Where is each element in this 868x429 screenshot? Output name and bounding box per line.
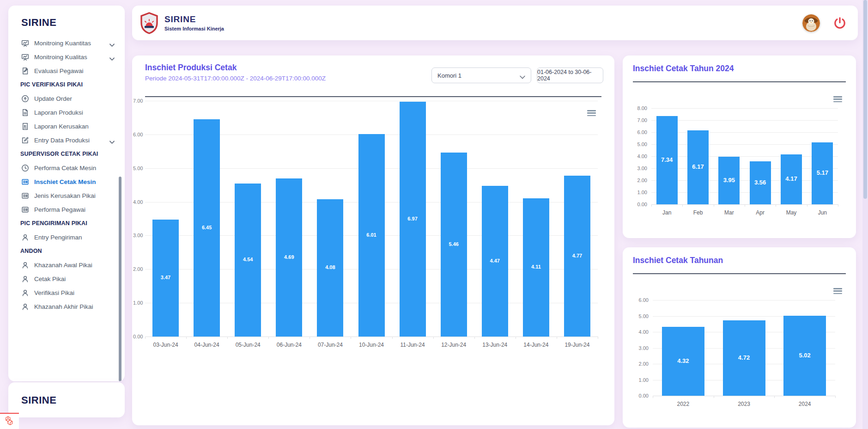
- x-axis-tick: [186, 337, 187, 339]
- bar-value-label: 4.47: [482, 258, 508, 264]
- y-axis-label: 8.00: [632, 105, 647, 111]
- x-axis-line: [145, 337, 598, 337]
- document-return-icon: [21, 123, 29, 130]
- y-axis-label: 4.00: [632, 153, 647, 159]
- sidebar-item-evaluasi-pegawai[interactable]: Evaluasi Pegawai: [8, 64, 125, 78]
- x-axis-category-label: 19-Jun-24: [557, 342, 598, 348]
- y-axis-label: 1.00: [632, 190, 647, 195]
- gridline: [651, 108, 838, 109]
- x-axis-tick: [714, 396, 714, 398]
- sidebar-item-monitroing-kuantitas[interactable]: Monitroing Kuantitas: [8, 36, 125, 50]
- sidebar-item-label: Khazanah Akhir Pikai: [34, 303, 93, 310]
- x-axis-tick: [310, 337, 310, 339]
- laravel-debugbar-toggle[interactable]: [0, 413, 19, 429]
- sidebar-item-laporan-kerusakan[interactable]: Laporan Kerusakan: [8, 119, 125, 133]
- x-axis-tick: [835, 396, 836, 398]
- sidebar-item-jenis-kerusakan-pikai[interactable]: Jenis Kerusakan Pikai: [8, 189, 125, 202]
- y-axis-label: 5.00: [133, 165, 141, 171]
- y-axis-label: 7.00: [632, 117, 647, 123]
- window-scrollbar-thumb[interactable]: [863, 0, 867, 199]
- x-axis-tick: [392, 337, 393, 339]
- x-axis-tick: [433, 337, 434, 339]
- x-axis-category-label: Jan: [651, 209, 682, 216]
- sidebar-item-label: Khazanah Awal Pikai: [34, 262, 92, 269]
- y-axis-label: 0.00: [133, 334, 141, 339]
- sidebar-scrollbar-thumb[interactable]: [119, 177, 121, 381]
- chevron-down-icon: [520, 74, 525, 77]
- sidebar-item-label: Monitroing Kualitas: [34, 54, 87, 61]
- x-axis-tick: [598, 337, 598, 339]
- y-axis-label: 5.00: [632, 141, 647, 147]
- gridline: [145, 101, 598, 101]
- panel-divider: [633, 273, 846, 274]
- sidebar-item-label: Monitroing Kuantitas: [34, 40, 91, 47]
- sidebar-footer: SIRINE: [8, 382, 125, 417]
- y-axis-label: 2.00: [632, 361, 649, 367]
- y-axis-label: 6.00: [133, 132, 141, 137]
- sidebar-item-label: Inschiet Cetak Mesin: [34, 178, 96, 185]
- date-range-input[interactable]: 01-06-2024 to 30-06-2024: [537, 67, 603, 83]
- x-axis-category-label: Feb: [682, 209, 713, 216]
- gridline: [653, 300, 835, 300]
- window-scrollbar[interactable]: [862, 0, 868, 429]
- sidebar-item-monitroing-kualitas[interactable]: Monitroing Kualitas: [8, 50, 125, 64]
- sidebar-section-pic-verifikasi-pikai: PIC VERIFIKASI PIKAI: [8, 78, 125, 92]
- x-axis-tick: [774, 396, 775, 398]
- person-icon: [21, 275, 29, 283]
- x-axis-category-label: 11-Jun-24: [392, 342, 433, 348]
- main-panel-period: Periode 2024-05-31T17:00:00.000Z - 2024-…: [145, 75, 326, 82]
- x-axis-tick: [653, 396, 653, 398]
- sidebar-item-entry-data-produksi[interactable]: Entry Data Produksi: [8, 133, 125, 147]
- x-axis-category-label: 10-Jun-24: [351, 342, 392, 348]
- gridline: [651, 192, 838, 193]
- x-axis-tick: [651, 204, 652, 207]
- sidebar-item-performa-cetak-mesin[interactable]: Performa Cetak Mesin: [8, 161, 125, 175]
- x-axis-category-label: 05-Jun-24: [227, 342, 268, 348]
- panel-title: Inschiet Cetak Tahun 2024: [633, 64, 734, 74]
- power-logout-icon[interactable]: [833, 16, 847, 30]
- sidebar-item-label: Entry Data Produksi: [34, 137, 90, 144]
- sidebar-item-verifikasi-pikai[interactable]: Verifikasi Pikai: [8, 286, 125, 300]
- sidebar-item-inschiet-cetak-mesin[interactable]: Inschiet Cetak Mesin: [8, 175, 125, 189]
- header: SIRINE Sistem Informasi Kinerja: [132, 6, 858, 40]
- bar-value-label: 3.95: [718, 177, 740, 184]
- sidebar-item-cetak-pikai[interactable]: Cetak Pikai: [8, 272, 125, 286]
- sirine-shield-logo-icon: [140, 12, 159, 34]
- user-avatar[interactable]: [802, 14, 820, 32]
- y-axis-label: 2.00: [133, 266, 141, 272]
- sidebar-item-khazanah-akhir-pikai[interactable]: Khazanah Akhir Pikai: [8, 300, 125, 313]
- sidebar-item-update-order[interactable]: Update Order: [8, 92, 125, 105]
- x-axis-category-label: Jun: [807, 209, 838, 216]
- x-axis-tick: [745, 204, 745, 207]
- x-axis-tick: [714, 204, 714, 207]
- date-range-value: 01-06-2024 to 30-06-2024: [537, 69, 603, 82]
- sidebar-item-entry-pengiriman[interactable]: Entry Pengiriman: [8, 230, 125, 244]
- bar-value-label: 6.01: [358, 232, 385, 238]
- machine-select[interactable]: Komori 1: [431, 67, 531, 83]
- bar-value-label: 6.17: [687, 163, 709, 170]
- y-axis-label: 2.00: [632, 178, 647, 183]
- x-axis-category-label: 2022: [653, 401, 714, 407]
- y-axis-label: 1.00: [632, 377, 649, 383]
- sidebar-item-performa-pegawai[interactable]: Performa Pegawai: [8, 202, 125, 216]
- sidebar-section-pic-pengiriman-pikai: PIC PENGIRIMAN PIKAI: [8, 216, 125, 230]
- chart-menu-icon[interactable]: [833, 288, 842, 294]
- panel-inschiet-cetak-tahunan: Inschiet Cetak Tahunan 0.001.002.003.004…: [623, 247, 856, 428]
- sidebar-item-label: Evaluasi Pegawai: [34, 67, 84, 74]
- y-axis-label: 7.00: [133, 98, 141, 104]
- y-axis-label: 3.00: [133, 233, 141, 238]
- machine-select-value: Komori 1: [437, 72, 461, 79]
- bar-value-label: 3.47: [152, 275, 179, 280]
- sidebar-item-khazanah-awal-pikai[interactable]: Khazanah Awal Pikai: [8, 258, 125, 272]
- sidebar-item-label: Laporan Produksi: [34, 109, 83, 116]
- bar-value-label: 5.02: [783, 352, 826, 359]
- sidebar-section-supervisor-cetak-pikai: SUPERVISOR CETAK PIKAI: [8, 147, 125, 161]
- bar-value-label: 4.69: [276, 254, 302, 260]
- x-axis-line: [653, 396, 835, 396]
- x-axis-category-label: May: [776, 209, 807, 216]
- y-axis-label: 3.00: [632, 345, 649, 351]
- chart-menu-icon[interactable]: [833, 96, 842, 102]
- clock-icon: [21, 164, 29, 172]
- x-axis-tick: [682, 204, 683, 207]
- sidebar-item-laporan-produksi[interactable]: Laporan Produksi: [8, 105, 125, 119]
